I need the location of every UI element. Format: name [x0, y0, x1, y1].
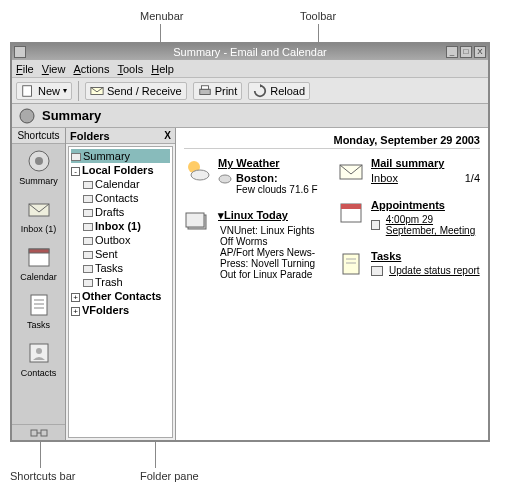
- callout-shortcuts: Shortcuts bar: [10, 470, 75, 482]
- menu-help[interactable]: Help: [151, 63, 174, 75]
- task-item[interactable]: Update status report: [389, 265, 480, 276]
- cloud-icon: [218, 172, 232, 184]
- tree-trash[interactable]: Trash: [71, 275, 170, 289]
- tree-inbox[interactable]: Inbox (1): [71, 219, 170, 233]
- close-button[interactable]: X: [474, 46, 486, 58]
- mail-inbox-count: 1/4: [465, 172, 480, 184]
- tree-local-folders[interactable]: -Local Folders: [71, 163, 170, 177]
- tree-calendar[interactable]: Calendar: [71, 177, 170, 191]
- folder-icon: [83, 237, 93, 245]
- news-icon: [184, 209, 212, 237]
- shortcut-inbox[interactable]: Inbox (1): [12, 192, 65, 240]
- shortcut-contacts[interactable]: Contacts: [12, 336, 65, 384]
- svg-rect-9: [29, 249, 49, 253]
- minimize-button[interactable]: _: [446, 46, 458, 58]
- svg-rect-13: [31, 430, 37, 436]
- main-content: Monday, September 29 2003 My Weather Bos…: [176, 128, 488, 440]
- expand-icon[interactable]: +: [71, 293, 80, 302]
- svg-rect-24: [343, 254, 359, 274]
- svg-rect-23: [341, 204, 361, 209]
- weather-icon: [184, 157, 212, 185]
- tasks-title[interactable]: Tasks: [371, 250, 480, 262]
- weather-title[interactable]: My Weather: [218, 157, 327, 169]
- menu-actions[interactable]: Actions: [73, 63, 109, 75]
- folder-icon: [83, 181, 93, 189]
- tree-outbox[interactable]: Outbox: [71, 233, 170, 247]
- app-window: Summary - Email and Calendar _ □ X FFile…: [10, 42, 490, 442]
- folder-pane-close[interactable]: X: [164, 130, 171, 141]
- folder-icon: [83, 265, 93, 273]
- shortcut-summary[interactable]: Summary: [12, 144, 65, 192]
- maximize-button[interactable]: □: [460, 46, 472, 58]
- folder-icon: [83, 195, 93, 203]
- svg-rect-2: [199, 89, 210, 94]
- shortcut-calendar[interactable]: Calendar: [12, 240, 65, 288]
- toolbar: New ▾ Send / Receive Print Reload: [12, 78, 488, 104]
- new-icon: [21, 84, 35, 98]
- mail-title[interactable]: Mail summary: [371, 157, 480, 169]
- tree-summary[interactable]: Summary: [71, 149, 170, 163]
- appointment-item[interactable]: 4:00pm 29 September, Meeting: [386, 214, 480, 236]
- news-title[interactable]: ▾Linux Today: [218, 209, 327, 222]
- appointments-title[interactable]: Appointments: [371, 199, 480, 211]
- tasks-icon: [337, 250, 365, 278]
- callout-toolbar: Toolbar: [300, 10, 336, 22]
- news-item[interactable]: VNUnet: Linux Fights Off Worms: [220, 225, 327, 247]
- print-icon: [198, 84, 212, 98]
- reload-button[interactable]: Reload: [248, 82, 310, 100]
- send-receive-icon: [90, 84, 104, 98]
- menubar: FFileile View Actions Tools Help: [12, 60, 488, 78]
- menu-tools[interactable]: Tools: [118, 63, 144, 75]
- folder-pane: Folders X Summary -Local Folders Calenda…: [66, 128, 176, 440]
- svg-rect-14: [41, 430, 47, 436]
- folder-icon: [83, 251, 93, 259]
- menu-view[interactable]: View: [42, 63, 66, 75]
- weather-city: Boston:: [236, 172, 278, 184]
- mail-icon: [337, 157, 365, 185]
- summary-icon: [18, 107, 36, 125]
- print-button[interactable]: Print: [193, 82, 243, 100]
- menu-file[interactable]: FFileile: [16, 63, 34, 75]
- window-title: Summary - Email and Calendar: [173, 46, 326, 58]
- folder-icon: [83, 223, 93, 231]
- svg-rect-0: [23, 85, 32, 96]
- mail-inbox-link[interactable]: Inbox: [371, 172, 398, 184]
- folder-icon: [83, 279, 93, 287]
- news-item[interactable]: AP/Fort Myers News-Press: Novell Turning…: [220, 247, 327, 280]
- tasks-shortcut-icon: [26, 292, 52, 318]
- tree-vfolders[interactable]: +VFolders: [71, 303, 170, 317]
- collapse-icon[interactable]: -: [71, 167, 80, 176]
- weather-conditions: Few clouds 71.6 F: [236, 184, 327, 195]
- page-header: Summary: [12, 104, 488, 128]
- expand-icon[interactable]: +: [71, 307, 80, 316]
- reload-icon: [253, 84, 267, 98]
- connector-icon: [29, 428, 49, 438]
- summary-tree-icon: [71, 153, 81, 161]
- appointment-item-icon: [371, 220, 380, 230]
- calendar-shortcut-icon: [26, 244, 52, 270]
- shortcuts-footer[interactable]: [12, 424, 65, 440]
- page-title: Summary: [42, 108, 101, 123]
- svg-point-18: [219, 175, 231, 183]
- svg-point-12: [36, 348, 42, 354]
- tasks-section: Tasks Update status report: [337, 250, 480, 278]
- chevron-down-icon: ▾: [63, 86, 67, 95]
- tree-tasks[interactable]: Tasks: [71, 261, 170, 275]
- callout-menubar: Menubar: [140, 10, 183, 22]
- svg-point-17: [191, 170, 209, 180]
- new-button[interactable]: New ▾: [16, 82, 72, 100]
- summary-shortcut-icon: [26, 148, 52, 174]
- tree-contacts[interactable]: Contacts: [71, 191, 170, 205]
- svg-rect-10: [31, 295, 47, 315]
- svg-point-4: [20, 109, 34, 123]
- tree-drafts[interactable]: Drafts: [71, 205, 170, 219]
- shortcut-tasks[interactable]: Tasks: [12, 288, 65, 336]
- svg-rect-3: [201, 85, 208, 89]
- weather-section: My Weather Boston: Few clouds 71.6 F: [184, 157, 327, 195]
- mail-section: Mail summary Inbox1/4: [337, 157, 480, 185]
- svg-rect-20: [186, 213, 204, 227]
- send-receive-button[interactable]: Send / Receive: [85, 82, 187, 100]
- tree-sent[interactable]: Sent: [71, 247, 170, 261]
- tree-other-contacts[interactable]: +Other Contacts: [71, 289, 170, 303]
- news-section: ▾Linux Today VNUnet: Linux Fights Off Wo…: [184, 209, 327, 280]
